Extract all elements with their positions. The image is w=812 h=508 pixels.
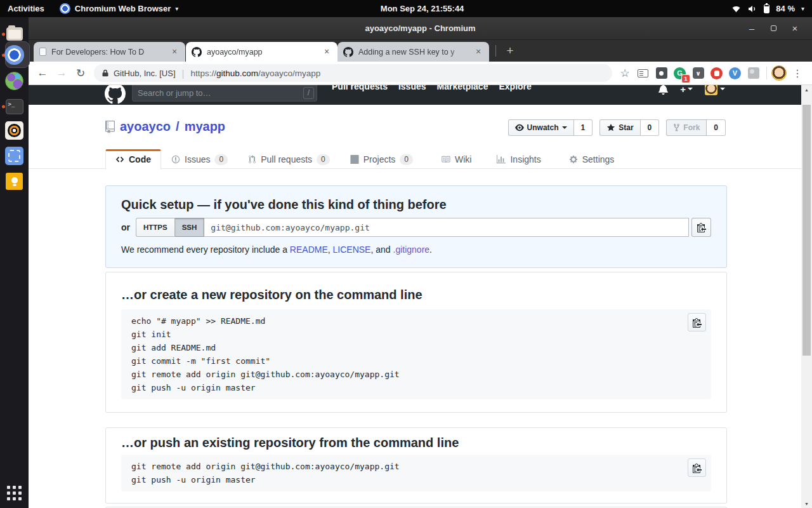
readme-link[interactable]: README	[290, 244, 328, 255]
generic-extension-icon[interactable]	[745, 65, 762, 81]
create-new-dropdown[interactable]: +	[680, 85, 693, 95]
chevron-down-icon	[720, 88, 725, 90]
adblock-extension-icon[interactable]	[708, 65, 725, 81]
github-logo-icon[interactable]	[105, 85, 126, 104]
tab-settings[interactable]: Settings	[559, 149, 625, 170]
pocket-icon	[693, 67, 704, 79]
repo-owner-link[interactable]: ayoayco	[120, 119, 171, 134]
tab-insights[interactable]: Insights	[487, 149, 551, 170]
url-host: github.com	[216, 69, 258, 78]
close-tab-icon[interactable]: ×	[169, 47, 180, 57]
copy-url-button[interactable]	[691, 218, 711, 237]
page-scrollbar[interactable]: ▲ ▼	[801, 85, 812, 508]
notifications-bell-icon[interactable]	[658, 85, 668, 95]
app-indicator[interactable]: Chromium Web Browser ▾	[52, 0, 186, 17]
app-indicator-label: Chromium Web Browser	[75, 4, 171, 13]
scroll-down-arrow-icon[interactable]: ▼	[801, 499, 812, 508]
show-applications-button[interactable]	[5, 484, 23, 502]
copy-code-button[interactable]	[688, 458, 706, 477]
vimium-extension-icon[interactable]	[726, 65, 743, 81]
lightbulb-extension-icon[interactable]	[653, 65, 670, 81]
window-titlebar[interactable]: ayoayco/myapp - Chromium – ×	[29, 17, 812, 40]
separator-text: , and	[370, 244, 393, 255]
extension-icon	[748, 67, 759, 79]
profile-avatar[interactable]	[771, 65, 787, 81]
copy-code-button[interactable]	[688, 313, 706, 331]
clipboard-icon	[693, 318, 702, 328]
tab-code[interactable]: Code	[105, 149, 161, 170]
lock-icon	[102, 69, 109, 77]
repo-main-content: Quick setup — if you've done this kind o…	[105, 169, 727, 508]
star-button[interactable]: Star	[599, 119, 640, 136]
watch-control: Unwatch 1	[508, 119, 593, 136]
toolbar-divider	[766, 67, 767, 79]
dock-item-terminal[interactable]	[3, 95, 25, 117]
github-search-box[interactable]: /	[132, 85, 317, 102]
files-icon	[6, 27, 23, 41]
tab-projects[interactable]: Projects 0	[340, 149, 423, 170]
pull-requests-counter: 0	[317, 154, 330, 165]
bulb-icon	[656, 67, 667, 79]
bookmark-star-icon[interactable]: ☆	[617, 67, 633, 80]
browser-menu-icon[interactable]: ⋮	[788, 67, 807, 79]
create-code-block: echo "# myapp" >> README.md git init git…	[121, 309, 711, 399]
tab-pull-requests[interactable]: Pull requests 0	[238, 149, 340, 170]
close-tab-icon[interactable]: ×	[473, 47, 483, 57]
unwatch-button[interactable]: Unwatch	[508, 119, 574, 136]
dock-item-music-player[interactable]	[3, 119, 25, 142]
or-label: or	[121, 222, 130, 232]
dock-item-web-browser[interactable]	[3, 70, 25, 92]
watchers-count[interactable]: 1	[574, 119, 593, 136]
tab-wiki[interactable]: Wiki	[431, 149, 481, 170]
nav-explore[interactable]: Explore	[499, 85, 531, 91]
battery-percent: 84 %	[776, 4, 795, 13]
nav-pull-requests[interactable]: Pull requests	[332, 85, 388, 91]
browser-tab-1[interactable]: For Developers: How To D ×	[34, 42, 185, 62]
browser-tab-2-active[interactable]: ayoayco/myapp ×	[186, 42, 337, 62]
close-tab-icon[interactable]: ×	[322, 47, 332, 57]
fork-button[interactable]: Fork	[666, 119, 707, 136]
tab-label: Projects	[363, 155, 396, 164]
avatar	[705, 85, 717, 95]
close-button[interactable]: ×	[784, 17, 806, 39]
activities-button[interactable]: Activities	[0, 0, 52, 17]
scroll-up-arrow-icon[interactable]: ▲	[801, 85, 812, 94]
tab-issues[interactable]: Issues 0	[161, 149, 238, 170]
grammarly-extension-icon[interactable]: 1	[671, 65, 688, 81]
ssh-protocol-button[interactable]: SSH	[175, 218, 205, 237]
pocket-extension-icon[interactable]	[690, 65, 707, 81]
system-status-area[interactable]: 84 % ▾	[724, 0, 812, 17]
scrollbar-thumb[interactable]	[802, 105, 811, 356]
new-tab-button[interactable]: +	[502, 43, 518, 59]
separator-text: ,	[328, 244, 333, 255]
fork-label: Fork	[683, 123, 700, 132]
dock-item-notes[interactable]	[3, 170, 25, 192]
forks-count[interactable]: 0	[707, 119, 726, 136]
nav-marketplace[interactable]: Marketplace	[437, 85, 488, 91]
repo-name-link[interactable]: myapp	[185, 119, 225, 134]
quick-setup-heading: Quick setup — if you've done this kind o…	[121, 197, 711, 211]
gitignore-link[interactable]: .gitignore	[393, 244, 430, 255]
screenshot-icon	[5, 147, 23, 165]
restore-button[interactable]	[763, 17, 784, 39]
license-link[interactable]: LICENSE	[333, 244, 371, 255]
stars-count[interactable]: 0	[641, 119, 660, 136]
clone-url-input[interactable]	[204, 218, 689, 237]
search-input[interactable]	[138, 88, 303, 98]
address-bar[interactable]: GitHub, Inc. [US] | https://github.com/a…	[94, 64, 612, 82]
dock-item-chromium[interactable]	[3, 44, 25, 66]
minimize-button[interactable]: –	[741, 17, 763, 39]
user-menu[interactable]	[705, 85, 725, 95]
dock-item-screenshot[interactable]	[3, 145, 25, 167]
back-button[interactable]: ←	[34, 64, 51, 82]
reload-button[interactable]: ↻	[72, 64, 89, 82]
tab-label: Wiki	[455, 155, 471, 164]
forward-button[interactable]: →	[53, 64, 70, 82]
https-protocol-button[interactable]: HTTPS	[136, 218, 175, 237]
clock[interactable]: Mon Sep 24, 21:55:44	[373, 4, 472, 13]
reading-list-extension-icon[interactable]	[634, 65, 652, 81]
browser-tab-3[interactable]: Adding a new SSH key to y ×	[337, 42, 489, 62]
wiki-book-icon	[441, 155, 450, 164]
tab-title: ayoayco/myapp	[207, 48, 317, 57]
nav-issues[interactable]: Issues	[398, 85, 426, 91]
